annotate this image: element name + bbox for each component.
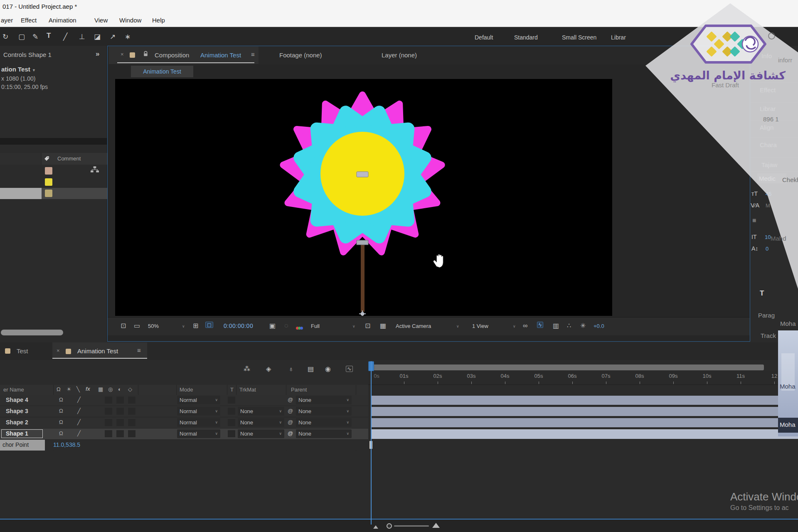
anchor-point-value[interactable]: 11.0,538.5 (53, 441, 80, 448)
pen-tool-icon[interactable]: ✎ (32, 32, 38, 41)
magnification-caret-icon[interactable]: ∨ (182, 324, 185, 328)
parent-dropdown[interactable]: None∨ (296, 407, 352, 416)
view-layout-value[interactable]: 1 View (472, 323, 488, 329)
composition-flowchart-icon[interactable]: ⁂ (244, 366, 250, 372)
mode-dropdown[interactable]: Normal∨ (177, 429, 220, 438)
resolution-value[interactable]: Full (311, 323, 320, 329)
menu-help[interactable]: Help (152, 17, 165, 24)
brush-tool-icon[interactable]: ╱ (63, 32, 67, 41)
draft-3d-icon[interactable]: ◈ (266, 366, 271, 372)
playhead-line[interactable] (371, 361, 372, 520)
left-panel-scrollbar[interactable] (1, 330, 63, 335)
column-trkmat[interactable]: TrkMat (239, 387, 256, 393)
collapse-icon[interactable]: ☀ (66, 386, 71, 392)
timeline-tab-test[interactable]: Test (17, 347, 28, 355)
parent-pickwhip-icon[interactable]: @ (288, 408, 293, 414)
label-swatch-1[interactable] (45, 167, 52, 175)
always-preview-icon[interactable]: ⊡ (121, 323, 126, 329)
quality-toggle[interactable]: ╱ (77, 430, 81, 436)
vertical-scale-value[interactable]: 10 (765, 234, 771, 240)
fx-icon[interactable]: fx (86, 386, 90, 392)
graph-editor-icon[interactable]: ∿ (346, 366, 353, 372)
comp-name-label[interactable]: ation Test ▼ (1, 66, 36, 73)
layer-bar[interactable] (371, 418, 798, 427)
region-of-interest-icon[interactable]: ⊡ (365, 323, 370, 329)
timeline-button-icon[interactable]: ▥ (553, 323, 559, 329)
menu-layer[interactable]: ayer (1, 17, 13, 24)
label-swatch-2[interactable] (45, 178, 52, 186)
timeline-tab-menu-icon[interactable]: ≡ (137, 347, 141, 354)
frame-blend-toggle-icon[interactable]: ▤ (308, 366, 314, 372)
zoom-in-mountain-icon[interactable] (432, 523, 440, 528)
frame-blend-icon[interactable]: ▦ (98, 386, 103, 392)
quality-toggle[interactable]: ╱ (77, 397, 81, 403)
3d-icon[interactable]: ◇ (128, 386, 132, 392)
layer-name[interactable]: Shape 2 (6, 419, 28, 426)
workspace-default[interactable]: Default (475, 34, 493, 41)
active-camera-value[interactable]: Active Camera (396, 323, 431, 329)
show-snapshot-icon[interactable]: ◌ (284, 323, 288, 329)
mask-visibility-icon[interactable]: ◻ (205, 322, 213, 328)
column-t[interactable]: T (230, 387, 234, 393)
menu-window[interactable]: Window (119, 17, 141, 24)
rotation-tool-icon[interactable]: ↻ (2, 32, 8, 41)
trkmat-dropdown[interactable]: None∨ (238, 418, 284, 427)
transparency-grid-icon[interactable]: ▦ (380, 323, 386, 329)
comment-column-header[interactable]: Comment (57, 155, 81, 162)
mode-dropdown[interactable]: Normal∨ (177, 396, 220, 404)
shy-toggle[interactable]: Ω (59, 430, 63, 436)
menu-effect[interactable]: Effect (21, 17, 37, 24)
magnification-value[interactable]: 50% (148, 323, 159, 329)
layer-bar-selected[interactable] (371, 429, 798, 439)
trkmat-dropdown[interactable]: None∨ (238, 407, 284, 416)
primary-viewer-icon[interactable]: ▭ (134, 323, 140, 329)
column-mode[interactable]: Mode (180, 387, 193, 393)
column-layer-name[interactable]: er Name (3, 387, 24, 393)
shy-toggle[interactable]: Ω (59, 408, 63, 414)
tab-tracker[interactable]: Track (761, 332, 776, 339)
layer-bar[interactable] (371, 407, 798, 416)
label-swatch-3[interactable] (45, 190, 52, 197)
comp-tab-close-icon[interactable]: × (121, 51, 124, 57)
anchor-point-label[interactable]: chor Point (2, 441, 29, 448)
motion-blur-icon[interactable]: ◎ (108, 386, 113, 392)
tab-paragraph[interactable]: Parag (758, 312, 775, 319)
parent-pickwhip-icon[interactable]: @ (288, 397, 293, 403)
motion-blur-toggle-icon[interactable]: ◉ (325, 366, 331, 372)
shy-toggle-icon[interactable]: ♁ (288, 366, 293, 372)
layer-name[interactable]: Shape 4 (6, 397, 28, 403)
comp-tab-menu-icon[interactable]: ≡ (251, 51, 255, 58)
mode-dropdown[interactable]: Normal∨ (177, 418, 220, 427)
trkmat-dropdown[interactable]: None∨ (238, 429, 284, 438)
quality-icon[interactable]: ╲ (76, 386, 80, 392)
shy-toggle[interactable]: Ω (59, 397, 63, 403)
project-row[interactable] (0, 177, 107, 188)
exposure-icon[interactable]: ✳ (580, 323, 586, 329)
kerning-value[interactable]: M (766, 202, 770, 209)
parent-pickwhip-icon[interactable]: @ (288, 419, 293, 425)
current-time-display[interactable]: 0:00:00:00 (224, 323, 253, 329)
adjustment-icon[interactable]: ◐ (118, 386, 121, 392)
work-area-bar[interactable] (371, 365, 764, 370)
workspace-small-screen[interactable]: Small Screen (562, 34, 596, 41)
baseline-shift-value[interactable]: 0 (766, 246, 768, 252)
timeline-zoom-track[interactable] (394, 525, 429, 527)
shy-toggle[interactable]: Ω (59, 419, 63, 425)
panel-expand-icon[interactable]: » (96, 50, 99, 58)
layer-bar[interactable] (371, 396, 798, 405)
resolution-caret-icon[interactable]: ∨ (352, 324, 355, 328)
pixel-aspect-icon[interactable]: ∞ (523, 323, 527, 329)
zoom-out-mountain-icon[interactable] (373, 525, 378, 529)
layer-name[interactable]: Shape 3 (6, 408, 28, 414)
layer-tab[interactable]: Layer (none) (382, 52, 417, 59)
pin-tool-icon[interactable]: ∗ (125, 32, 131, 41)
lock-icon[interactable] (143, 51, 148, 57)
parent-pickwhip-icon[interactable]: @ (288, 430, 293, 436)
parent-dropdown[interactable]: None∨ (296, 418, 352, 427)
search-icon[interactable] (768, 32, 775, 39)
menu-view[interactable]: View (94, 17, 108, 24)
parent-dropdown[interactable]: None∨ (296, 429, 352, 438)
puppet-tool-icon[interactable]: ↗ (110, 32, 116, 41)
timeline-zoom-knob[interactable] (387, 523, 392, 529)
footage-tab[interactable]: Footage (none) (279, 52, 322, 59)
